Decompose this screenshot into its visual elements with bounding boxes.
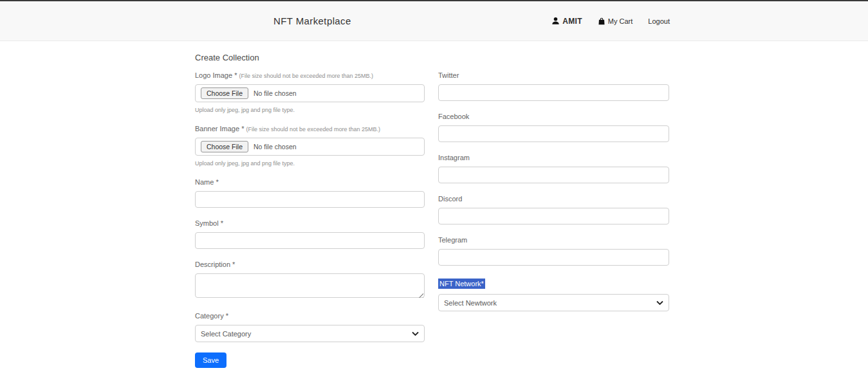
logo-choose-file-button[interactable]: Choose File — [201, 87, 248, 99]
twitter-group: Twitter — [438, 71, 669, 101]
logo-image-label-text: Logo Image * — [195, 71, 237, 79]
user-menu[interactable]: AMIT — [551, 17, 582, 26]
logo-file-helper: Upload only jpeg, jpg and png file type. — [195, 107, 425, 113]
twitter-field[interactable] — [438, 84, 669, 101]
my-cart-label: My Cart — [608, 17, 633, 25]
telegram-field[interactable] — [438, 249, 669, 266]
facebook-group: Facebook — [438, 113, 669, 142]
logout-link[interactable]: Logout — [648, 17, 670, 25]
symbol-group: Symbol * — [195, 219, 425, 249]
logo-upload-group: Logo Image * (File size should not be ex… — [195, 71, 425, 113]
category-label: Category * — [195, 312, 425, 320]
discord-field[interactable] — [438, 208, 669, 224]
banner-upload-group: Banner Image * (File size should not be … — [195, 125, 425, 167]
save-button[interactable]: Save — [195, 352, 226, 368]
person-icon — [551, 17, 560, 25]
name-field[interactable] — [195, 191, 425, 208]
header-nav: AMIT My Cart Logout — [551, 17, 670, 26]
banner-image-label: Banner Image * (File size should not be … — [195, 125, 425, 133]
facebook-field[interactable] — [438, 125, 669, 142]
instagram-label: Instagram — [438, 154, 669, 161]
discord-label: Discord — [438, 195, 669, 203]
banner-file-status: No file chosen — [254, 143, 297, 151]
category-group: Category * Select Category — [195, 312, 425, 342]
header: NFT Marketplace AMIT My Cart Logout — [0, 0, 868, 41]
logo-image-size-hint: (File size should not be exceeded more t… — [239, 73, 374, 79]
logo-image-label: Logo Image * (File size should not be ex… — [195, 71, 425, 79]
name-group: Name * — [195, 178, 425, 208]
twitter-label: Twitter — [438, 71, 669, 79]
description-label: Description * — [195, 261, 425, 268]
nft-network-select[interactable]: Select Newtwork — [438, 294, 669, 311]
logo-file-input[interactable]: Choose File No file chosen — [195, 84, 425, 102]
logo-file-status: No file chosen — [254, 89, 297, 97]
banner-file-helper: Upload only jpeg, jpg and png file type. — [195, 160, 425, 167]
name-label: Name * — [195, 178, 425, 186]
nft-network-group: NFT Network* Select Newtwork — [438, 277, 669, 311]
description-field[interactable] — [195, 273, 425, 298]
symbol-field[interactable] — [195, 232, 425, 249]
banner-file-input[interactable]: Choose File No file chosen — [195, 138, 425, 156]
nft-network-label: NFT Network* — [438, 279, 485, 289]
discord-group: Discord — [438, 195, 669, 224]
banner-image-size-hint: (File size should not be exceeded more t… — [246, 126, 381, 133]
banner-choose-file-button[interactable]: Choose File — [201, 141, 248, 152]
instagram-group: Instagram — [438, 154, 669, 183]
facebook-label: Facebook — [438, 113, 669, 120]
description-group: Description * — [195, 261, 425, 300]
logout-label: Logout — [648, 17, 670, 25]
form-right-column: Twitter Facebook Instagram Discord Teleg… — [438, 71, 669, 323]
telegram-label: Telegram — [438, 236, 669, 244]
brand-title: NFT Marketplace — [273, 15, 351, 26]
telegram-group: Telegram — [438, 236, 669, 266]
my-cart-link[interactable]: My Cart — [598, 17, 633, 25]
cart-icon — [598, 17, 605, 25]
form-left-column: Logo Image * (File size should not be ex… — [195, 71, 425, 368]
category-select[interactable]: Select Category — [195, 325, 425, 342]
symbol-label: Symbol * — [195, 219, 425, 227]
banner-image-label-text: Banner Image * — [195, 125, 244, 133]
page-title: Create Collection — [195, 53, 868, 62]
user-name: AMIT — [562, 17, 582, 26]
instagram-field[interactable] — [438, 167, 669, 183]
create-collection-page: Create Collection Logo Image * (File siz… — [0, 41, 868, 375]
